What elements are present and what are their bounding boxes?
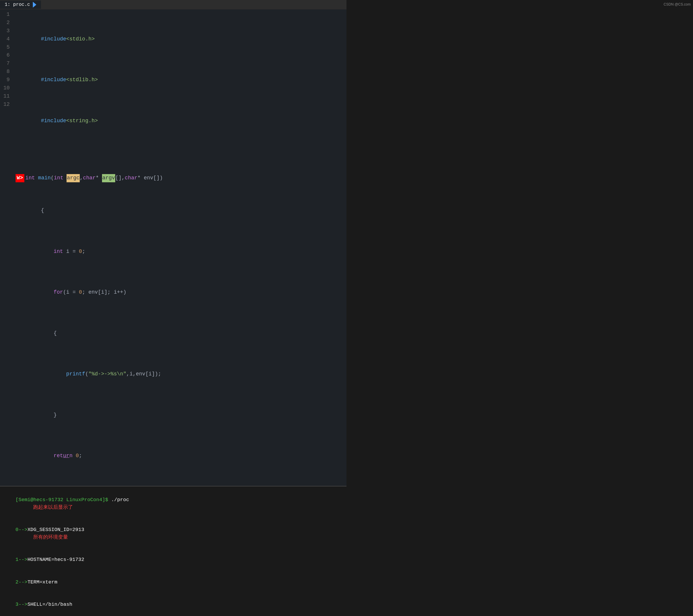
env-2-val: TERM=xterm — [27, 579, 57, 585]
code-line-6: { — [16, 198, 344, 223]
zero: 0 — [79, 249, 82, 254]
for-rest: ; env[i]; i++) — [82, 289, 126, 295]
env-3-val: SHELL=/bin/bash — [27, 602, 73, 607]
semi2: ; — [79, 453, 82, 459]
kw-for: for — [54, 289, 63, 295]
code-line-3: #include<string.h> — [16, 109, 344, 133]
comma1: , — [80, 174, 83, 182]
return-underline: ur — [63, 453, 70, 459]
code-line-10: printf("%d->->%s\n",i,env[i]); — [16, 362, 344, 386]
terminal-output-2: 2-->TERM=xterm — [3, 571, 343, 593]
code-editor: 1: proc.c 1 2 3 4 5 6 7 8 9 10 11 12 #in… — [0, 0, 346, 486]
indent4 — [41, 371, 66, 377]
env-1-num: 1--> — [16, 557, 27, 562]
env-2-num: 2--> — [16, 579, 27, 585]
code-line-1: #include<stdio.h> — [16, 27, 344, 52]
code-line-8: for(i = 0; env[i]; i++) — [16, 280, 344, 305]
code-line-9: { — [16, 321, 344, 346]
annotation-1: 跑起来以后显示了 — [33, 505, 73, 510]
tab-bar: 1: proc.c — [0, 0, 346, 9]
kw-return2: n — [70, 453, 73, 459]
terminal-output-1: 1-->HOSTNAME=hecs-91732 — [3, 549, 343, 571]
kw-int-argc: int — [54, 174, 63, 182]
include-keyword: #include — [41, 36, 66, 42]
env-0-val: XDG_SESSION_ID=2913 — [27, 527, 84, 533]
annotation-2: 所有的环境变量 — [33, 535, 68, 540]
tab-label: 1: proc.c — [5, 2, 30, 7]
include-keyword2: #include — [41, 77, 66, 83]
kw-return: ret — [54, 453, 63, 459]
brackets1: [], — [115, 174, 124, 182]
terminal: [Semi@hecs-91732 LinuxProCon4]$ ./proc 跑… — [0, 486, 346, 616]
semi1: ; — [82, 249, 85, 254]
terminal-output-0: 0-->XDG_SESSION_ID=2913 所有的环境变量 — [3, 519, 343, 549]
for-content: (i = — [63, 289, 79, 295]
code-line-12: return 0; — [16, 444, 344, 468]
prompt-text: [Semi@hecs-91732 LinuxProCon4]$ — [16, 497, 111, 502]
w-marker: W> — [16, 174, 24, 182]
terminal-output-3: 3-->SHELL=/bin/bash — [3, 593, 343, 616]
line-numbers: 1 2 3 4 5 6 7 8 9 10 11 12 — [0, 11, 13, 485]
header-string: <string.h> — [66, 118, 98, 124]
indent2 — [41, 289, 53, 295]
code-line-11: } — [16, 403, 344, 428]
star1: * — [96, 174, 99, 182]
env-param: env[]) — [144, 174, 163, 182]
open-brace: { — [41, 207, 44, 213]
zero2: 0 — [79, 289, 82, 295]
env-1-val: HOSTNAME=hecs-91732 — [27, 557, 84, 562]
kw-int-i: int — [54, 249, 63, 254]
printf-call: printf — [66, 371, 85, 377]
paren-open: ( — [51, 174, 54, 182]
argv-highlight: argv — [102, 174, 115, 182]
code-body: 1 2 3 4 5 6 7 8 9 10 11 12 #include<stdi… — [0, 9, 346, 486]
active-tab[interactable]: 1: proc.c — [0, 1, 41, 9]
printf-paren: ( — [85, 371, 88, 377]
code-line-7: int i = 0; — [16, 239, 344, 264]
include-keyword3: #include — [41, 118, 66, 124]
indent1 — [41, 249, 53, 254]
header-stdio: <stdio.h> — [66, 36, 95, 42]
header-stdlib: <stdlib.h> — [66, 77, 98, 83]
star2: * — [138, 174, 141, 182]
printf-fmt: "%d->->%s\n" — [88, 371, 126, 377]
close-brace1: } — [54, 412, 57, 418]
indent6 — [41, 453, 53, 459]
indent5 — [41, 412, 53, 418]
printf-args: ,i,env[i]); — [126, 371, 161, 377]
code-line-5: W> int main(int argc,char* argv[],char* … — [16, 174, 344, 182]
kw-char1: char — [83, 174, 96, 182]
indent3 — [41, 330, 53, 336]
code-line-4 — [16, 150, 344, 158]
zero3: 0 — [76, 453, 79, 459]
env-3-num: 3--> — [16, 602, 27, 607]
argc-highlight: argc — [66, 174, 80, 182]
kw-char2: char — [125, 174, 138, 182]
terminal-command: ./proc — [111, 497, 129, 502]
open-brace2: { — [54, 330, 57, 336]
env-0-num: 0--> — [16, 527, 27, 533]
tab-arrow-icon — [33, 2, 36, 7]
terminal-prompt-line: [Semi@hecs-91732 LinuxProCon4]$ ./proc 跑… — [3, 489, 343, 519]
kw-int-main: int — [25, 174, 35, 182]
var-i: i = — [66, 249, 79, 254]
main-func: main — [38, 174, 51, 182]
code-content: #include<stdio.h> #include<stdlib.h> #in… — [13, 11, 346, 485]
code-line-2: #include<stdlib.h> — [16, 68, 344, 92]
